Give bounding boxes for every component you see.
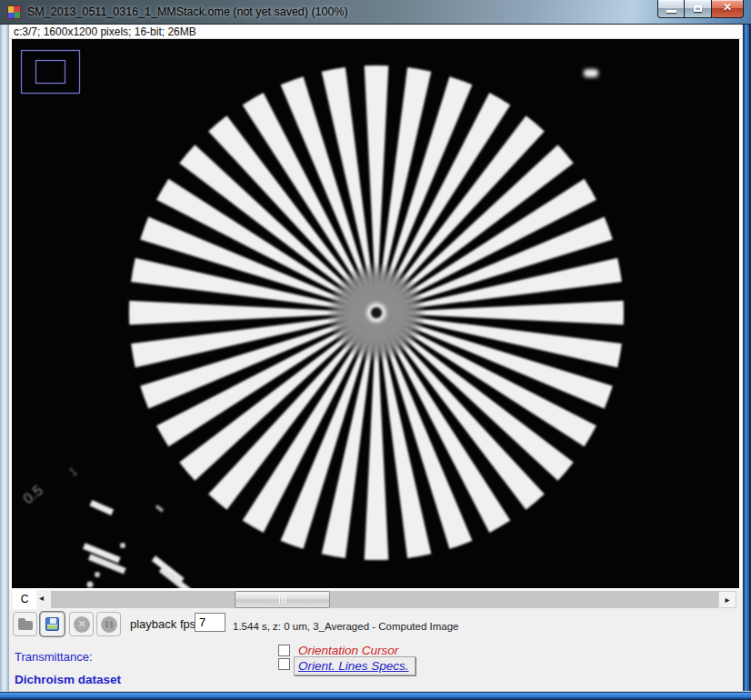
- abort-button[interactable]: ✕: [69, 612, 94, 636]
- thumb-grip-icon: [285, 595, 285, 604]
- mark-label-0-5: 0.5: [20, 482, 45, 506]
- close-icon: ✕: [712, 1, 743, 14]
- scroll-right-arrow-icon[interactable]: ▸: [718, 591, 736, 608]
- abort-x-icon: ✕: [74, 616, 90, 633]
- siemens-star: 0.5 1: [12, 39, 739, 588]
- orient-lines-specs-button[interactable]: Orient. Lines Specs.: [294, 656, 416, 675]
- title-bar[interactable]: SM_2013_0511_0316_1_MMStack.ome (not yet…: [0, 0, 751, 25]
- star-center-dot: [371, 307, 382, 318]
- playback-fps-input[interactable]: [195, 613, 225, 632]
- orient-lines-specs-checkbox[interactable]: [278, 658, 290, 670]
- image-window: SM_2013_0511_0316_1_MMStack.ome (not yet…: [0, 0, 751, 700]
- scroll-left-arrow-icon[interactable]: ◂: [39, 593, 44, 603]
- thumb-grip-icon: [279, 595, 280, 604]
- canvas-frame: 0.5 1: [9, 39, 742, 590]
- channel-scrollbar-track[interactable]: [51, 591, 718, 608]
- close-button[interactable]: ✕: [712, 0, 744, 18]
- channel-scrollbar-thumb[interactable]: [235, 591, 330, 608]
- window-border-bottom: [0, 691, 751, 700]
- maximize-button[interactable]: [685, 0, 712, 18]
- save-button[interactable]: [40, 612, 65, 636]
- pause-button[interactable]: [96, 612, 121, 636]
- window-border-right: [742, 25, 751, 691]
- transmittance-label: Transmittance:: [15, 650, 93, 664]
- plugin-panel: Transmittance: Dichroism dataset Orienta…: [9, 642, 742, 691]
- bright-speck: [584, 69, 598, 77]
- folder-icon: [18, 621, 33, 630]
- minimize-icon: [666, 10, 676, 13]
- pause-icon: [101, 616, 117, 633]
- playback-fps-label: playback fps:: [130, 617, 199, 631]
- slice-status-text: 1.544 s, z: 0 um, 3_Averaged - Computed …: [233, 621, 458, 632]
- channel-scroll-row: C ◂ ▸: [9, 590, 742, 609]
- orientation-cursor-checkbox[interactable]: [278, 645, 290, 656]
- maximize-icon: [694, 5, 702, 12]
- save-floppy-icon: [45, 617, 59, 631]
- mark-label-1: 1: [66, 465, 80, 479]
- channel-axis-label: C: [13, 590, 36, 609]
- roi-inner-rect[interactable]: [36, 61, 65, 84]
- orient-lines-specs-label: Orient. Lines Specs.: [298, 659, 409, 673]
- image-canvas[interactable]: 0.5 1: [12, 39, 739, 588]
- window-border-left: [0, 25, 9, 691]
- dichroism-dataset-label: Dichroism dataset: [15, 673, 121, 686]
- open-folder-button[interactable]: [13, 612, 37, 636]
- resolution-marks: 0.5 1: [20, 465, 191, 588]
- orientation-cursor-label: Orientation Cursor: [298, 644, 398, 657]
- caption-buttons: ✕: [657, 0, 744, 18]
- window-title: SM_2013_0511_0316_1_MMStack.ome (not yet…: [27, 0, 348, 25]
- playback-controls: ✕ playback fps: 1.544 s, z: 0 um, 3_Aver…: [9, 609, 742, 642]
- thumb-grip-icon: [282, 595, 283, 604]
- image-info-bar: c:3/7; 1600x1200 pixels; 16-bit; 26MB: [9, 25, 742, 39]
- minimize-button[interactable]: [657, 0, 685, 18]
- micro-manager-app-icon[interactable]: [7, 5, 21, 19]
- roi-outer-rect[interactable]: [22, 51, 80, 94]
